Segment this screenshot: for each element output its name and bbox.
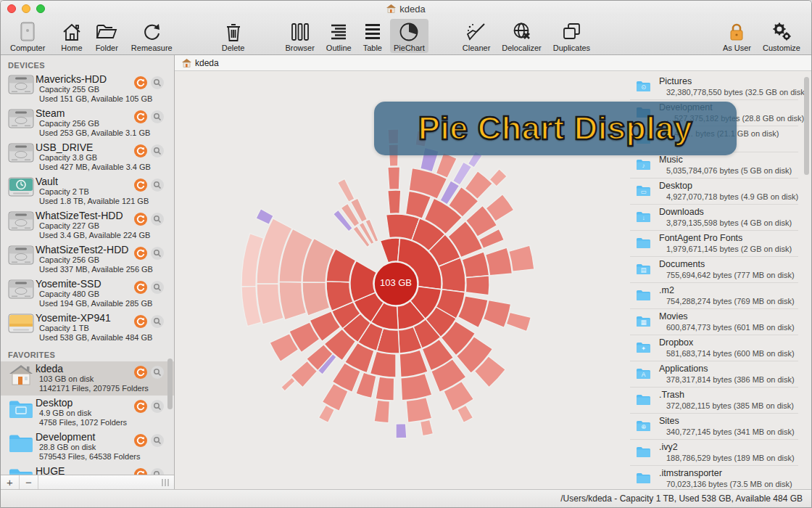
chart-segment[interactable] <box>436 153 457 179</box>
inspect-badge[interactable] <box>151 247 164 260</box>
folder-row-sites[interactable]: ⊕Sites340,727,145 bytes (341 MB on disk) <box>630 414 798 440</box>
toolbar-customize-button[interactable]: Customize <box>759 19 804 53</box>
chart-segment[interactable] <box>302 282 330 316</box>
remeasure-badge[interactable] <box>134 400 147 413</box>
inspect-badge[interactable] <box>151 315 164 328</box>
chart-segment[interactable] <box>401 374 432 401</box>
chart-segment[interactable] <box>376 377 394 401</box>
chart-segment[interactable] <box>338 179 355 202</box>
sidebar-item-usb-drive[interactable]: USB_DRIVECapacity 3.8 GBUsed 427 MB, Ava… <box>1 140 174 174</box>
folder-row-movies[interactable]: ▦Movies600,874,773 bytes (601 MB on disk… <box>630 309 798 335</box>
toolbar-folder-button[interactable]: Folder <box>92 19 122 53</box>
folder-row-fontagent-pro-fonts[interactable]: FontAgent Pro Fonts1,979,671,145 bytes (… <box>630 231 798 257</box>
folder-row-applications[interactable]: AApplications378,317,814 bytes (386 MB o… <box>630 361 798 388</box>
remeasure-badge[interactable] <box>134 179 147 192</box>
inspect-badge[interactable] <box>151 281 164 294</box>
remeasure-badge[interactable] <box>134 76 147 89</box>
folder-row-pictures[interactable]: ⊙Pictures32,380,778,550 bytes (32.5 GB o… <box>630 74 798 100</box>
chart-segment[interactable] <box>396 424 407 439</box>
toolbar-label: Delete <box>222 44 245 52</box>
toolbar-outline-button[interactable]: Outline <box>323 19 355 53</box>
remeasure-badge[interactable] <box>134 366 147 379</box>
sidebar-item-kdeda[interactable]: kdeda103 GB on disk1142171 Files, 207975… <box>1 361 174 396</box>
remeasure-badge[interactable] <box>134 247 147 260</box>
chart-segment[interactable] <box>486 247 513 276</box>
chart-segment[interactable] <box>381 238 400 263</box>
zoom-window-button[interactable] <box>36 4 45 13</box>
inspect-badge[interactable] <box>151 76 164 89</box>
remeasure-badge[interactable] <box>134 434 147 447</box>
chart-segment[interactable] <box>370 351 396 377</box>
folder-row-music[interactable]: ♪Music5,035,784,076 bytes (5 GB on disk) <box>630 152 798 179</box>
inspect-badge[interactable] <box>151 213 164 226</box>
inspect-badge[interactable] <box>151 366 164 379</box>
sidebar-item-whatsizetest2-hdd[interactable]: WhatSizeTest2-HDDCapacity 256 GBUsed 337… <box>1 242 174 276</box>
toolbar-cleaner-button[interactable]: Cleaner <box>459 19 494 53</box>
folder-row-documents[interactable]: ▤Documents755,694,642 bytes (777 MB on d… <box>630 257 798 283</box>
remeasure-badge[interactable] <box>134 281 147 294</box>
folder-name: Downloads <box>659 207 798 218</box>
folder-row-downloads[interactable]: ↓Downloads3,879,135,598 bytes (4 GB on d… <box>630 205 798 231</box>
remeasure-badge[interactable] <box>134 213 147 226</box>
inspect-badge[interactable] <box>151 468 164 475</box>
toolbar-delete-button[interactable]: Delete <box>218 19 249 53</box>
close-window-button[interactable] <box>7 4 16 13</box>
chart-segment[interactable] <box>374 400 390 423</box>
sidebar-item-development[interactable]: Development28.8 GB on disk579543 Files, … <box>1 430 174 464</box>
content-scrollbar-thumb[interactable] <box>804 77 809 175</box>
inspect-badge[interactable] <box>151 144 164 157</box>
sidebar-item-steam[interactable]: SteamCapacity 256 GBUsed 253 GB, Availab… <box>1 106 174 140</box>
minimize-window-button[interactable] <box>22 4 30 13</box>
remeasure-badge[interactable] <box>134 315 147 328</box>
chart-segment[interactable] <box>509 245 534 271</box>
status-bar: /Users/kdeda - Capacity 1 TB, Used 538 G… <box>1 489 811 507</box>
toolbar-home-button[interactable]: Home <box>57 19 86 53</box>
chart-segment[interactable] <box>406 398 432 423</box>
sidebar-item-vault[interactable]: VaultCapacity 2 TBUsed 1.8 TB, Available… <box>1 174 174 208</box>
sidebar-item-yosemite-ssd[interactable]: Yosemite-SSDCapacity 480 GBUsed 194 GB, … <box>1 276 174 311</box>
chart-segment[interactable] <box>453 162 472 185</box>
chart-segment[interactable] <box>388 190 401 213</box>
sidebar-item-whatsizetest-hdd[interactable]: WhatSizeTest-HDDCapacity 227 GBUsed 3.4 … <box>1 208 174 242</box>
inspect-badge[interactable] <box>151 434 164 447</box>
sidebar-scrollbar-thumb[interactable] <box>167 359 173 409</box>
toolbar-duplicates-button[interactable]: Duplicates <box>550 19 594 53</box>
inspect-badge[interactable] <box>151 400 164 413</box>
folder-row--ivy2[interactable]: .ivy2188,786,529 bytes (189 MB on disk) <box>630 440 798 466</box>
chart-segment[interactable] <box>465 276 489 295</box>
toolbar-remeasure-button[interactable]: Remeasure <box>128 19 176 53</box>
breadcrumb-label: kdeda <box>195 58 219 68</box>
chart-segment[interactable] <box>420 419 434 436</box>
sidebar-item-desktop[interactable]: Desktop4.9 GB on disk4758 Files, 1072 Fo… <box>1 396 174 430</box>
folder-row--trash[interactable]: .Trash372,082,115 bytes (385 MB on disk) <box>630 388 798 414</box>
remove-favorite-button[interactable]: − <box>20 475 38 489</box>
chart-segment[interactable] <box>388 167 400 189</box>
sidebar-item-yosemite-xp941[interactable]: Yosemite-XP941Capacity 1 TBUsed 538 GB, … <box>1 311 174 345</box>
inspect-badge[interactable] <box>151 110 164 123</box>
folder-row--m2[interactable]: .m2754,288,274 bytes (769 MB on disk) <box>630 283 798 309</box>
chart-segment[interactable] <box>506 312 531 332</box>
breadcrumb[interactable]: kdeda <box>175 55 811 71</box>
toolbar-delocalizer-button[interactable]: Delocalizer <box>498 19 544 53</box>
remeasure-badge[interactable] <box>134 468 147 475</box>
chart-segment[interactable] <box>399 350 428 377</box>
toolbar-as-user-button[interactable]: As User <box>719 19 755 53</box>
toolbar-computer-button[interactable]: Computer <box>7 19 49 53</box>
sidebar-list[interactable]: DEVICES Mavericks-HDDCapacity 255 GBUsed… <box>1 55 174 475</box>
remeasure-badge[interactable] <box>134 144 147 157</box>
hard-drive-icon <box>8 279 34 299</box>
chart-segment[interactable] <box>281 377 296 391</box>
sidebar-item-mavericks-hdd[interactable]: Mavericks-HDDCapacity 255 GBUsed 151 GB,… <box>1 72 174 106</box>
inspect-badge[interactable] <box>151 179 164 192</box>
toolbar-browser-button[interactable]: Browser <box>281 19 318 53</box>
folder-row--itmstransporter[interactable]: .itmstransporter70,023,136 bytes (73.5 M… <box>630 466 798 489</box>
add-favorite-button[interactable]: + <box>1 475 20 489</box>
remeasure-badge[interactable] <box>134 110 147 123</box>
folder-row-desktop[interactable]: ▭Desktop4,927,070,718 bytes (4.9 GB on d… <box>630 179 798 205</box>
toolbar-table-button[interactable]: Table <box>360 19 386 53</box>
folder-size: 340,727,145 bytes (341 MB on disk) <box>666 427 798 437</box>
sidebar-item-huge[interactable]: HUGE40.2 MB on disk9820 Files, 4 Folders <box>1 464 174 475</box>
sidebar-resize-handle[interactable] <box>161 475 174 489</box>
folder-row-dropbox[interactable]: ✦Dropbox581,683,714 bytes (600 MB on dis… <box>630 335 798 361</box>
toolbar-piechart-button[interactable]: PieChart <box>390 19 428 53</box>
